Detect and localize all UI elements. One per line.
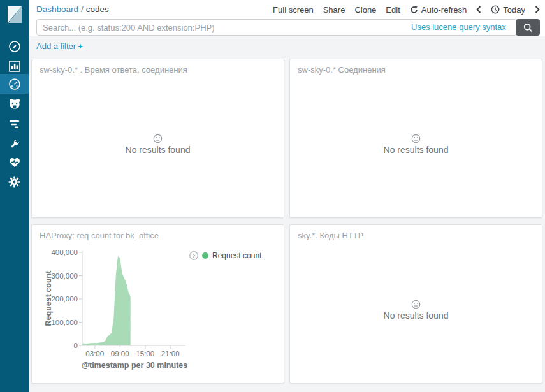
gear-icon xyxy=(8,176,20,188)
panel-connections: sw-sky-0.* Соединения No results found xyxy=(289,59,542,218)
meh-face-icon xyxy=(411,134,421,143)
add-filter-button[interactable]: Add a filter+ xyxy=(36,41,83,51)
heartbeat-icon xyxy=(9,157,20,168)
topbar: Dashboard/codes Full screen Share Clone … xyxy=(29,0,545,36)
kibana-app: Dashboard/codes Full screen Share Clone … xyxy=(0,0,545,392)
no-results-message: No results found xyxy=(384,310,449,321)
timelines-icon xyxy=(9,120,20,129)
sidebar-item-timelion[interactable] xyxy=(0,114,29,134)
gauge-icon xyxy=(8,78,21,91)
kibana-logo[interactable] xyxy=(0,0,29,29)
y-tick-label: 100,000 xyxy=(41,319,78,326)
chevron-right-icon xyxy=(535,6,540,13)
breadcrumb: Dashboard/codes xyxy=(36,4,109,14)
y-tick-label: 0 xyxy=(41,342,78,349)
clone-button[interactable]: Clone xyxy=(354,5,376,15)
y-tick-label: 400,000 xyxy=(41,249,78,256)
legend-color-dot xyxy=(202,252,208,259)
x-axis-label: @timestamp per 30 minutes xyxy=(82,361,187,370)
no-results-message: No results found xyxy=(384,145,449,155)
search-bar: Uses lucene query syntax xyxy=(36,19,540,36)
full-screen-button[interactable]: Full screen xyxy=(273,5,314,15)
meh-face-icon xyxy=(153,134,163,143)
panel-response-time: sw-sky-0.* . Время ответа, соединения No… xyxy=(31,59,284,218)
x-tick-label: 15:00 xyxy=(136,350,154,358)
sidebar-item-management[interactable] xyxy=(0,172,29,192)
sidebar-item-dev-tools[interactable] xyxy=(0,134,29,154)
time-picker-button[interactable]: Today xyxy=(491,5,525,15)
breadcrumb-separator: / xyxy=(81,4,84,14)
edit-button[interactable]: Edit xyxy=(386,5,400,15)
breadcrumb-dashboard-link[interactable]: Dashboard xyxy=(36,4,78,14)
sidebar-item-dashboard[interactable] xyxy=(0,74,29,94)
legend: Request count xyxy=(189,251,261,260)
no-results-message: No results found xyxy=(126,145,191,155)
breadcrumb-current: codes xyxy=(86,4,109,14)
legend-item-request-count[interactable]: Request count xyxy=(212,251,261,260)
x-tick-label: 21:00 xyxy=(161,350,180,358)
plus-icon: + xyxy=(78,41,83,51)
x-tick-label: 03:00 xyxy=(85,350,104,358)
sidebar-item-monitoring[interactable] xyxy=(0,152,29,172)
time-next-button[interactable] xyxy=(535,6,540,13)
auto-refresh-button[interactable]: Auto-refresh xyxy=(410,5,467,15)
x-tick-label: 09:00 xyxy=(111,350,129,358)
lucene-syntax-link[interactable]: Uses lucene query syntax xyxy=(411,22,506,32)
dashboard-grid: sw-sky-0.* . Время ответа, соединения No… xyxy=(29,56,545,392)
compass-icon xyxy=(8,40,21,53)
wrench-icon xyxy=(9,138,20,150)
search-button[interactable] xyxy=(516,19,540,36)
time-picker-label: Today xyxy=(503,5,525,15)
axis-lines xyxy=(82,251,185,345)
bear-icon xyxy=(8,98,21,110)
legend-expand-icon[interactable] xyxy=(189,251,198,260)
no-results-block: No results found xyxy=(290,225,542,383)
no-results-block: No results found xyxy=(290,59,542,217)
add-filter-label: Add a filter xyxy=(36,41,76,51)
bar-chart-icon xyxy=(9,61,20,72)
search-icon xyxy=(523,23,533,33)
refresh-icon xyxy=(410,6,418,14)
area-series-request-count[interactable] xyxy=(82,256,131,346)
no-results-block: No results found xyxy=(32,59,284,217)
meh-face-icon xyxy=(411,300,421,309)
y-tick-label: 200,000 xyxy=(41,295,78,303)
sidebar-item-discover[interactable] xyxy=(0,36,29,56)
area-chart: Request count 400,000300,000200,000100,0… xyxy=(32,225,284,383)
y-tick-label: 300,000 xyxy=(41,272,78,280)
auto-refresh-label: Auto-refresh xyxy=(421,5,467,15)
panel-http-codes: sky.*. Коды HTTP No results found xyxy=(289,224,542,384)
sidebar-item-machine-learning[interactable] xyxy=(0,94,29,113)
filter-bar: Add a filter+ xyxy=(29,36,545,56)
share-button[interactable]: Share xyxy=(323,5,345,15)
kibana-logo-icon xyxy=(6,6,23,24)
topbar-menu: Full screen Share Clone Edit Auto-refres… xyxy=(273,3,540,16)
chevron-left-icon xyxy=(476,6,481,13)
time-prev-button[interactable] xyxy=(476,6,481,13)
plot-area[interactable] xyxy=(78,249,193,357)
panel-haproxy-chart: HAProxy: req count for bk_office Request… xyxy=(31,224,284,384)
sidebar xyxy=(0,0,29,392)
sidebar-item-visualize[interactable] xyxy=(0,56,29,76)
clock-icon xyxy=(491,5,500,14)
